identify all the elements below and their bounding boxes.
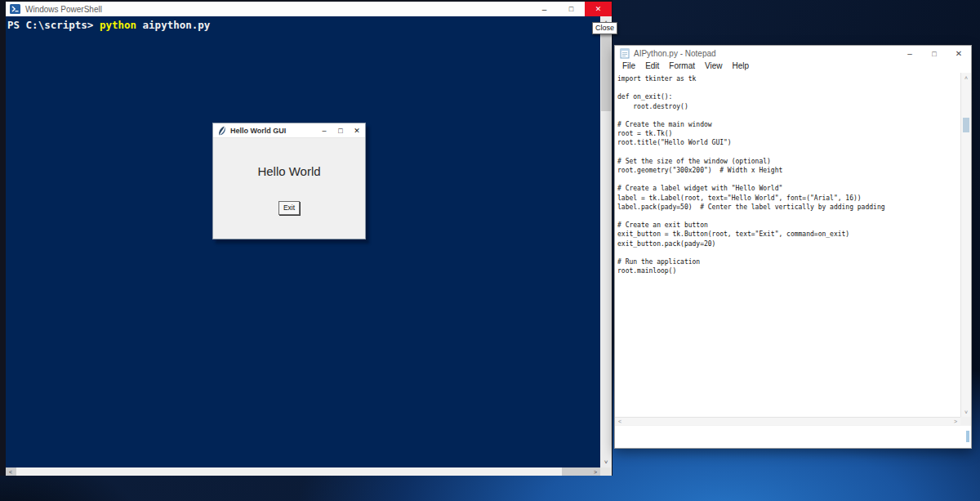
code-line: exit_button = tk.Button(root, text="Exit… [617,230,960,239]
hello-world-label: Hello World [257,164,320,178]
powershell-vertical-scrollbar[interactable]: ˄ ˅ [600,16,612,467]
tkinter-window-title: Hello World GUI [230,127,286,135]
code-line: root.title("Hello World GUI") [617,138,960,147]
scroll-left-icon[interactable]: ˂ [6,467,16,476]
code-line [617,111,960,120]
code-line [617,212,960,221]
code-line [617,248,960,257]
minimize-button[interactable]: – [316,123,332,138]
scroll-down-icon[interactable]: ˅ [961,407,971,417]
code-line: import tkinter as tk [617,74,960,83]
code-line: # Create an exit button [617,221,960,230]
powershell-caption-buttons: – □ ✕ [531,2,612,16]
notepad-resize-grip[interactable] [966,431,969,442]
menu-item[interactable]: Help [728,61,755,73]
code-line: exit_button.pack(pady=20) [617,239,960,248]
notepad-menubar: FileEditFormatViewHelp [615,61,971,73]
maximize-button[interactable]: □ [332,123,349,138]
powershell-prompt: PS C:\scripts> [7,19,100,31]
notepad-window-title: AIPython.py - Notepad [634,49,716,58]
code-line: # Set the size of the window (optional) [617,157,960,166]
tkinter-titlebar[interactable]: Hello World GUI – □ ✕ [213,123,365,138]
powershell-command-line: PS C:\scripts> python aipython.py [6,16,600,31]
code-line: def on_exit(): [617,92,960,101]
code-line: root = tk.Tk() [617,129,960,138]
tkinter-caption-buttons: – □ ✕ [316,123,365,138]
menu-item[interactable]: View [700,61,728,73]
code-line: label = tk.Label(root, text="Hello World… [617,194,960,203]
notepad-resize-corner[interactable] [960,417,971,425]
code-line [617,148,960,157]
powershell-console[interactable]: PS C:\scripts> python aipython.py [6,16,600,467]
notepad-titlebar[interactable]: AIPython.py - Notepad – □ ✕ [615,46,971,61]
minimize-button[interactable]: – [898,46,922,61]
close-button[interactable]: ✕ [349,123,365,138]
code-line: # Create the main window [617,120,960,129]
menu-item[interactable]: File [617,61,640,73]
close-button[interactable]: ✕ [947,46,971,61]
notepad-icon [620,48,630,59]
notepad-horizontal-scrollbar[interactable]: ˂ ˃ [615,417,960,425]
code-line: # Run the application [617,257,960,266]
close-button[interactable]: ✕ [585,2,612,16]
minimize-button[interactable]: – [531,2,558,16]
notepad-window: AIPython.py - Notepad – □ ✕ FileEditForm… [614,45,972,449]
powershell-window-title: Windows PowerShell [25,5,102,14]
notepad-text-area[interactable]: import tkinter as tk def on_exit(): root… [615,73,960,417]
desktop: Windows PowerShell – □ ✕ PS C:\scripts> … [0,0,980,501]
notepad-caption-buttons: – □ ✕ [898,46,971,61]
menu-item[interactable]: Edit [640,61,664,73]
maximize-button[interactable]: □ [922,46,947,61]
powershell-icon [10,4,20,14]
notepad-vertical-scrollbar-thumb[interactable] [963,118,969,132]
menu-item[interactable]: Format [664,61,700,73]
close-tooltip: Close [592,22,617,34]
powershell-resize-corner[interactable] [600,467,612,476]
powershell-titlebar[interactable]: Windows PowerShell – □ ✕ [6,2,612,16]
code-line: root.mainloop() [617,266,960,275]
code-line: label.pack(pady=50) # Center the label v… [617,203,960,212]
code-line: # Create a label widget with "Hello Worl… [617,184,960,193]
notepad-vertical-scrollbar[interactable]: ˄ ˅ [960,73,971,417]
code-line: root.destroy() [617,102,960,111]
scroll-right-icon[interactable]: ˃ [951,418,960,425]
powershell-vertical-scrollbar-thumb[interactable] [601,29,611,111]
scroll-up-icon[interactable]: ˄ [961,73,971,83]
powershell-horizontal-scrollbar[interactable]: ˂ ˃ [6,467,600,476]
scroll-down-icon[interactable]: ˅ [600,456,612,467]
exit-button[interactable]: Exit [278,201,300,215]
tkinter-window: Hello World GUI – □ ✕ Hello World Exit [212,123,366,239]
notepad-status-bar [615,425,971,448]
scroll-left-icon[interactable]: ˂ [615,418,625,425]
powershell-command: python [100,19,136,31]
tkinter-window-body: Hello World Exit [213,138,365,239]
powershell-horizontal-scrollbar-thumb[interactable] [16,467,562,476]
code-line [617,83,960,92]
powershell-command-args: aipython.py [136,19,210,31]
python-icon [218,126,226,136]
code-line [617,175,960,184]
code-line: root.geometry("300x200") # Width x Heigh… [617,166,960,175]
scroll-right-icon[interactable]: ˃ [590,467,600,476]
maximize-button[interactable]: □ [558,2,585,16]
